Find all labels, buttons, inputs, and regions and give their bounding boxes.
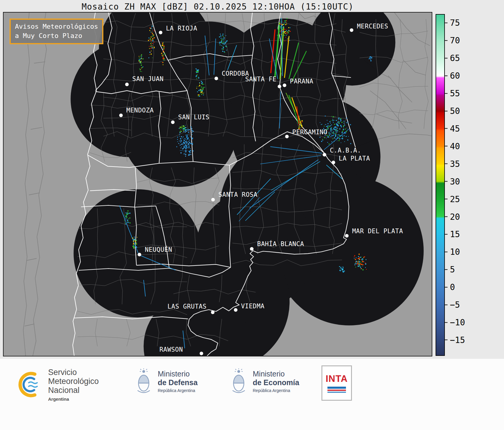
smn-logo-icon [16, 371, 43, 398]
colorbar-tick-label: 35 [450, 159, 460, 169]
colorbar-tick-label: 25 [450, 194, 460, 204]
ministry-caption: República Argentina [158, 388, 197, 393]
colorbar-tickmark [445, 146, 448, 147]
colorbar-tickmark [445, 40, 448, 41]
colorbar-tickmark [445, 269, 448, 270]
inta-stripes [327, 387, 346, 393]
page-title: Mosaico ZH MAX [dBZ] 02.10.2025 12:10HOA… [3, 2, 432, 12]
inta-label: INTA [326, 373, 348, 384]
city-label: C.A.B.A. [330, 147, 361, 154]
city-label: SANTA FE [245, 76, 277, 83]
city-marker [159, 31, 163, 34]
city-marker [283, 83, 286, 87]
city-label: LAS GRUTAS [167, 303, 206, 310]
colorbar-tick: 15 [445, 229, 460, 239]
colorbar-tick-label: 55 [450, 89, 460, 98]
smn-name-line: Nacional [48, 386, 99, 395]
city-label: LA PLATA [339, 155, 370, 162]
colorbar-tickmark [445, 128, 448, 129]
city-label: NEUQUÉN [145, 246, 172, 253]
colorbar-tickmark [445, 322, 448, 323]
city-marker [211, 198, 215, 202]
colorbar-ticks: 757065605550454035302520151050−5−10−15 [445, 14, 502, 356]
colorbar-tick-label: 20 [450, 212, 460, 222]
city-marker [323, 153, 326, 156]
colorbar-tickmark [445, 58, 448, 58]
colorbar-tickmark [445, 234, 448, 234]
colorbar-tick: 10 [445, 247, 460, 257]
colorbar-tick-label: 40 [450, 141, 460, 151]
colorbar-tick: 25 [445, 194, 460, 204]
city-marker [278, 85, 281, 88]
colorbar-gradient [436, 14, 445, 356]
colorbar-tick: 35 [445, 159, 460, 169]
colorbar-tick: −5 [445, 300, 460, 310]
colorbar-tick: 40 [445, 141, 460, 151]
colorbar-tick-label: 30 [450, 176, 460, 186]
colorbar-tick-label: 0 [450, 282, 455, 292]
city-label: MENDOZA [126, 107, 154, 114]
city-label: SAN JUAN [132, 75, 164, 83]
colorbar-tick: 30 [445, 176, 460, 186]
coat-of-arms-icon [229, 368, 248, 394]
colorbar-tickmark [445, 181, 448, 182]
colorbar-tick: 70 [445, 36, 460, 45]
city-marker [215, 77, 218, 80]
colorbar-tick-label: 65 [450, 53, 460, 63]
colorbar: 757065605550454035302520151050−5−10−15 [436, 14, 503, 356]
colorbar-tickmark [445, 340, 448, 340]
footer: Servicio Meteorológico Nacional Argentin… [0, 359, 504, 430]
smn-name-line: Meteorológico [48, 377, 99, 386]
city-label: SANTA ROSA [218, 191, 258, 198]
colorbar-tickmark [445, 304, 448, 305]
city-marker [345, 234, 349, 237]
ministry-title: Ministerio [253, 370, 299, 378]
colorbar-tick: 75 [445, 18, 460, 28]
city-label: PARANA [290, 78, 313, 85]
city-marker [350, 28, 353, 32]
city-label: MERCEDES [357, 23, 388, 30]
city-label: SAN LUIS [178, 114, 209, 121]
city-label: MAR DEL PLATA [352, 228, 403, 235]
ministry-defensa-block: Ministerio de Defensa República Argentin… [134, 368, 197, 394]
smn-name-line: Servicio [48, 368, 99, 377]
colorbar-tick: 5 [445, 265, 455, 275]
colorbar-tickmark [445, 216, 448, 217]
colorbar-tick-label: 70 [450, 36, 460, 45]
colorbar-tick: 50 [445, 106, 460, 116]
city-marker [125, 83, 129, 86]
colorbar-tick-label: 10 [450, 247, 460, 257]
colorbar-tick: 55 [445, 89, 460, 98]
ministry-economia-block: Ministerio de Economía República Argenti… [229, 368, 299, 394]
city-marker [171, 121, 174, 124]
colorbar-tick: 20 [445, 212, 460, 222]
colorbar-tick-label: 15 [450, 229, 460, 239]
colorbar-tick: 45 [445, 123, 460, 133]
city-marker [119, 114, 123, 117]
warning-line-1: Avisos Meteorológicos [15, 22, 98, 31]
city-label: BAHÍA BLANCA [257, 240, 304, 248]
city-marker [285, 135, 289, 138]
colorbar-tick-label: 5 [450, 265, 455, 275]
colorbar-tick: 65 [445, 53, 460, 63]
city-label: VIEDMA [241, 303, 265, 310]
map-canvas: MERCEDESLA RIOJASAN JUANCORDOBASANTA FEP… [4, 13, 432, 356]
ministry-subtitle: de Defensa [158, 378, 197, 387]
warning-line-2: a Muy Corto Plazo [15, 31, 98, 41]
ministry-subtitle: de Economía [253, 378, 299, 387]
colorbar-tickmark [445, 75, 448, 76]
warning-banner: Avisos Meteorológicos a Muy Corto Plazo [10, 19, 103, 44]
colorbar-tick-label: 45 [450, 123, 460, 133]
colorbar-tick-label: 75 [450, 18, 460, 28]
city-label: LA RIOJA [166, 25, 197, 32]
city-marker [234, 308, 238, 312]
colorbar-tick: 0 [445, 282, 455, 292]
colorbar-tick: 60 [445, 71, 460, 81]
colorbar-tick: −10 [445, 318, 465, 327]
radar-mosaic-page: Mosaico ZH MAX [dBZ] 02.10.2025 12:10HOA… [0, 0, 504, 430]
colorbar-tick-label: 60 [450, 71, 460, 81]
coat-of-arms-icon [134, 368, 153, 394]
city-marker [250, 247, 254, 251]
colorbar-tick-label: 50 [450, 106, 460, 116]
colorbar-tickmark [445, 164, 448, 164]
